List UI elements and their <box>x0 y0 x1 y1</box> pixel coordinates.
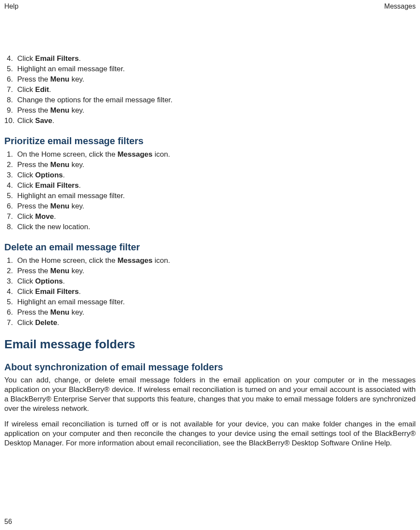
heading-folders: Email message folders <box>4 338 416 351</box>
step-number: 9. <box>4 105 17 116</box>
step-bold: Messages <box>117 256 152 265</box>
step-bold: Menu <box>50 308 69 316</box>
step-number: 5. <box>4 191 17 201</box>
step-number: 4. <box>4 54 17 64</box>
steps-continued-item: 10.Click Save. <box>4 116 416 126</box>
step-bold: Menu <box>50 202 69 210</box>
step-bold: Menu <box>50 106 69 114</box>
steps-prioritize-item: 3.Click Options. <box>4 170 416 180</box>
step-bold: Email Filters <box>35 287 79 296</box>
steps-delete-item: 3.Click Options. <box>4 276 416 287</box>
step-text: Click Options. <box>17 170 416 180</box>
header-right: Messages <box>384 3 416 10</box>
step-bold: Email Filters <box>35 181 79 189</box>
step-text: Click Email Filters. <box>17 54 416 64</box>
step-number: 1. <box>4 149 17 160</box>
step-text: Press the Menu key. <box>17 307 416 318</box>
step-number: 5. <box>4 297 17 307</box>
step-bold: Move <box>35 212 54 221</box>
step-text: Press the Menu key. <box>17 201 416 211</box>
steps-prioritize-item: 7.Click Move. <box>4 211 416 222</box>
step-number: 5. <box>4 64 17 74</box>
steps-prioritize-item: 2.Press the Menu key. <box>4 160 416 170</box>
heading-prioritize: Prioritize email message filters <box>4 136 416 147</box>
step-bold: Menu <box>50 161 69 169</box>
steps-continued-item: 6.Press the Menu key. <box>4 74 416 85</box>
step-number: 7. <box>4 211 17 222</box>
step-number: 7. <box>4 318 17 328</box>
steps-prioritize-item: 1.On the Home screen, click the Messages… <box>4 149 416 160</box>
step-text: Press the Menu key. <box>17 266 416 276</box>
step-bold: Menu <box>50 75 69 83</box>
step-number: 3. <box>4 276 17 287</box>
page-number: 56 <box>4 518 12 526</box>
step-text: On the Home screen, click the Messages i… <box>17 256 416 266</box>
step-bold: Save <box>35 117 53 125</box>
step-number: 10. <box>4 116 17 126</box>
step-text: Click Delete. <box>17 318 416 328</box>
steps-delete-item: 4.Click Email Filters. <box>4 287 416 297</box>
step-text: Click Save. <box>17 116 416 126</box>
step-number: 8. <box>4 95 17 105</box>
steps-delete-item: 1.On the Home screen, click the Messages… <box>4 256 416 266</box>
step-text: Change the options for the email message… <box>17 95 416 105</box>
step-number: 6. <box>4 307 17 318</box>
steps-continued: 4.Click Email Filters.5.Highlight an ema… <box>4 54 416 126</box>
step-text: Click Email Filters. <box>17 287 416 297</box>
step-bold: Options <box>35 277 63 285</box>
steps-prioritize-item: 6.Press the Menu key. <box>4 201 416 211</box>
steps-prioritize-item: 5.Highlight an email message filter. <box>4 191 416 201</box>
step-number: 4. <box>4 287 17 297</box>
steps-delete-item: 7.Click Delete. <box>4 318 416 328</box>
steps-delete: 1.On the Home screen, click the Messages… <box>4 256 416 328</box>
content: 4.Click Email Filters.5.Highlight an ema… <box>4 54 416 448</box>
step-number: 7. <box>4 85 17 95</box>
step-text: On the Home screen, click the Messages i… <box>17 149 416 160</box>
step-number: 2. <box>4 266 17 276</box>
step-bold: Delete <box>35 319 57 327</box>
heading-delete: Delete an email message filter <box>4 242 416 253</box>
step-text: Highlight an email message filter. <box>17 64 416 74</box>
steps-continued-item: 7.Click Edit. <box>4 85 416 95</box>
steps-continued-item: 8.Change the options for the email messa… <box>4 95 416 105</box>
step-text: Click Move. <box>17 211 416 222</box>
steps-prioritize: 1.On the Home screen, click the Messages… <box>4 149 416 232</box>
steps-prioritize-item: 8.Click the new location. <box>4 222 416 232</box>
steps-delete-item: 2.Press the Menu key. <box>4 266 416 276</box>
heading-about-sync: About synchronization of email message f… <box>4 362 416 373</box>
step-text: Press the Menu key. <box>17 160 416 170</box>
steps-continued-item: 4.Click Email Filters. <box>4 54 416 64</box>
steps-continued-item: 5.Highlight an email message filter. <box>4 64 416 74</box>
doc-header: Help Messages <box>4 3 416 10</box>
header-left: Help <box>4 3 19 10</box>
step-text: Click Options. <box>17 276 416 287</box>
step-bold: Options <box>35 171 63 179</box>
step-bold: Email Filters <box>35 54 79 63</box>
step-number: 1. <box>4 256 17 266</box>
paragraph-sync-1: You can add, change, or delete email mes… <box>4 375 416 413</box>
step-text: Click Edit. <box>17 85 416 95</box>
step-number: 8. <box>4 222 17 232</box>
step-text: Highlight an email message filter. <box>17 297 416 307</box>
step-number: 6. <box>4 201 17 211</box>
step-bold: Menu <box>50 267 69 275</box>
step-bold: Messages <box>117 150 152 158</box>
steps-delete-item: 5.Highlight an email message filter. <box>4 297 416 307</box>
step-text: Click the new location. <box>17 222 416 232</box>
step-bold: Edit <box>35 85 49 94</box>
step-text: Click Email Filters. <box>17 180 416 191</box>
step-number: 2. <box>4 160 17 170</box>
step-number: 4. <box>4 180 17 191</box>
step-number: 6. <box>4 74 17 85</box>
step-number: 3. <box>4 170 17 180</box>
steps-delete-item: 6.Press the Menu key. <box>4 307 416 318</box>
steps-prioritize-item: 4.Click Email Filters. <box>4 180 416 191</box>
step-text: Press the Menu key. <box>17 74 416 85</box>
steps-continued-item: 9.Press the Menu key. <box>4 105 416 116</box>
step-text: Highlight an email message filter. <box>17 191 416 201</box>
step-text: Press the Menu key. <box>17 105 416 116</box>
paragraph-sync-2: If wireless email reconciliation is turn… <box>4 420 416 448</box>
